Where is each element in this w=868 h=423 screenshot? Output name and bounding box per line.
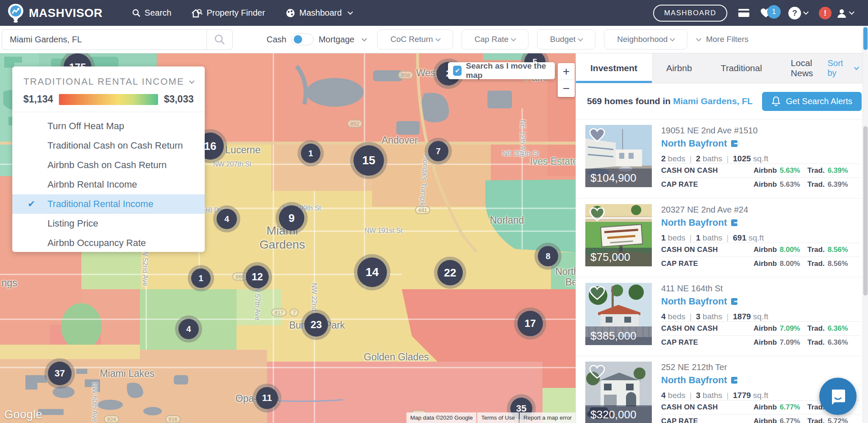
listing-details: 411 NE 164th St North Bayfront 4 beds|3 … — [661, 283, 860, 356]
heatmap-menu-item[interactable]: ✔ Airbnb Cash on Cash Return — [12, 155, 205, 175]
map-cluster-marker[interactable]: 8 — [538, 246, 558, 266]
listing-photo: $75,000 — [585, 204, 652, 266]
search-as-move-label: Search as I move the map — [466, 61, 550, 80]
listing-card[interactable]: $104,900 19051 NE 2nd Ave #1510 North Ba… — [576, 119, 868, 198]
heatmap-menu-item[interactable]: ✔ Airbnb Rental Income — [12, 175, 205, 194]
external-link-icon[interactable] — [730, 297, 740, 306]
external-link-icon[interactable] — [730, 376, 740, 384]
map-label: Golden Glades — [364, 351, 428, 363]
listing-details: 19051 NE 2nd Ave #1510 North Bayfront 2 … — [661, 125, 860, 198]
map-label: NE 12th Ave — [519, 120, 526, 158]
user-account-menu[interactable] — [837, 8, 854, 18]
heatmap-menu-item[interactable]: ✔ Traditional Cash on Cash Return — [12, 136, 205, 155]
heatmap-menu-item[interactable]: ✔ Turn Off Heat Map — [12, 116, 205, 136]
neighborhood-link[interactable]: North Bayfront — [661, 296, 727, 307]
cap-trad-value: 5.72% — [828, 417, 848, 423]
panel-tab[interactable]: Local News — [776, 53, 828, 83]
map-attribution: Map data ©2020 Google Terms of Use Repor… — [406, 412, 576, 423]
heatmap-menu-item[interactable]: ✔ Airbnb Occupancy Rate — [12, 233, 205, 252]
cap-airbnb-value: 6.77% — [780, 417, 800, 423]
filter-dropdown-button[interactable]: CoC Return — [377, 29, 453, 50]
brand-logo[interactable]: MASHVISOR — [0, 3, 103, 23]
map-cluster-marker[interactable]: 1 — [191, 268, 211, 288]
filter-dropdown-button[interactable]: Cap Rate — [462, 29, 529, 50]
map-cluster-marker[interactable]: 17 — [517, 311, 543, 336]
chevron-down-icon — [696, 36, 702, 42]
location-search-input[interactable] — [2, 30, 206, 50]
page-scrollbar-thumb[interactable] — [863, 27, 868, 50]
cash-on-cash-row: CASH ON CASH Airbnb8.00% Trad.8.56% — [661, 243, 860, 257]
top-navbar: MASHVISOR Search Property Finder — [0, 0, 868, 26]
heatmap-menu-item[interactable]: ✔ Listing Price — [12, 214, 205, 233]
panel-scrollbar-thumb[interactable] — [863, 126, 868, 296]
map-cluster-marker[interactable]: 1 — [301, 144, 320, 163]
external-link-icon[interactable] — [730, 218, 740, 227]
filter-dropdown-button[interactable]: Budget — [537, 29, 595, 50]
billing-card-icon[interactable] — [738, 9, 749, 17]
map-cluster-marker[interactable]: 9 — [279, 205, 304, 231]
map-cluster-marker[interactable]: 4 — [217, 209, 237, 229]
map-cluster-marker[interactable]: 12 — [246, 265, 269, 288]
search-as-move-checkbox[interactable]: ✔ Search as I move the map — [448, 62, 555, 79]
nav-mashboard-label: Mashboard — [299, 8, 342, 18]
cap-trad-value: 6.39% — [828, 180, 848, 189]
listing-photo: $104,900 — [585, 125, 652, 187]
get-search-alerts-button[interactable]: Get Search Alerts — [762, 92, 862, 111]
listing-card[interactable]: $385,000 411 NE 164th St North Bayfront … — [576, 277, 868, 356]
sort-by-dropdown[interactable]: Sort by — [827, 53, 868, 83]
map-cluster-marker[interactable]: 22 — [437, 260, 463, 285]
neighborhood-link[interactable]: North Bayfront — [661, 217, 727, 228]
listing-details: 20327 NE 2nd Ave #24 North Bayfront 1 be… — [661, 204, 860, 277]
legend-min-value: $1,134 — [23, 94, 53, 105]
zoom-out-button[interactable]: − — [558, 80, 575, 97]
listing-address: 411 NE 164th St — [661, 284, 860, 293]
results-location-link[interactable]: Miami Gardens, FL — [673, 96, 753, 106]
brand-name: MASHVISOR — [29, 6, 103, 20]
listing-price: $320,000 — [585, 405, 652, 423]
map-label: West — [416, 67, 438, 79]
listing-card[interactable]: $75,000 20327 NE 2nd Ave #24 North Bayfr… — [576, 198, 868, 277]
map-attribution-link[interactable]: Terms of Use — [477, 412, 519, 423]
neighborhood-link[interactable]: North Bayfront — [661, 375, 727, 386]
mashboard-button[interactable]: MASHBOARD — [653, 5, 727, 22]
map[interactable]: West Park Andover Lake Lucerne Ives Esta… — [0, 53, 576, 423]
nav-mashboard[interactable]: Mashboard — [285, 8, 352, 18]
cap-rate-row: CAP RATE Airbnb6.77% Trad.5.72% — [661, 414, 860, 423]
map-cluster-marker[interactable]: 7 — [428, 141, 448, 161]
heatmap-menu-item-label: Airbnb Rental Income — [47, 179, 137, 190]
map-attribution-link[interactable]: Report a map error — [520, 412, 576, 423]
map-label: 860 — [232, 273, 248, 281]
map-cluster-marker[interactable]: 14 — [357, 257, 387, 287]
chevron-down-icon — [435, 36, 441, 42]
filter-dropdown-button[interactable]: Neighborhood — [604, 29, 687, 50]
map-cluster-marker[interactable]: 15 — [353, 145, 384, 176]
listing-specs: 2 beds|2 baths|1025 sq.ft — [661, 154, 860, 163]
nav-search[interactable]: Search — [132, 8, 171, 18]
listing-cards: $104,900 19051 NE 2nd Ave #1510 North Ba… — [576, 119, 868, 423]
heatmap-menu-item[interactable]: ✔ Traditional Rental Income — [12, 194, 205, 214]
external-link-icon[interactable] — [730, 139, 740, 148]
neighborhood-link[interactable]: North Bayfront — [661, 138, 727, 149]
map-cluster-marker[interactable]: 37 — [48, 362, 72, 385]
panel-tab[interactable]: Investment — [576, 53, 652, 83]
search-icon — [214, 34, 225, 45]
search-submit-button[interactable] — [207, 34, 232, 45]
zoom-in-button[interactable]: + — [558, 63, 575, 80]
map-cluster-marker[interactable]: 11 — [256, 387, 278, 409]
nav-property-finder[interactable]: Property Finder — [192, 8, 265, 18]
map-cluster-marker[interactable]: 4 — [178, 319, 199, 339]
map-zoom-controls: + − — [558, 63, 575, 97]
favorites-heart-icon[interactable]: 1 — [760, 8, 771, 18]
cash-mortgage-toggle-group: Cash Mortgage — [267, 33, 366, 45]
map-cluster-marker[interactable]: 23 — [304, 313, 328, 337]
heatmap-metric-selector[interactable]: TRADITIONAL RENTAL INCOME — [12, 66, 205, 91]
help-icon[interactable]: ? — [788, 7, 808, 19]
cap-airbnb-value: 5.63% — [780, 180, 800, 189]
panel-tab[interactable]: Traditional — [707, 53, 776, 83]
cash-mortgage-toggle[interactable] — [292, 33, 314, 45]
panel-tab[interactable]: Airbnb — [652, 53, 707, 83]
more-filters-button[interactable]: More Filters — [697, 35, 748, 44]
chat-widget-button[interactable] — [819, 378, 857, 415]
map-attribution-link[interactable]: Map data ©2020 Google — [406, 412, 476, 423]
notification-alert-icon[interactable]: ! — [819, 7, 832, 19]
